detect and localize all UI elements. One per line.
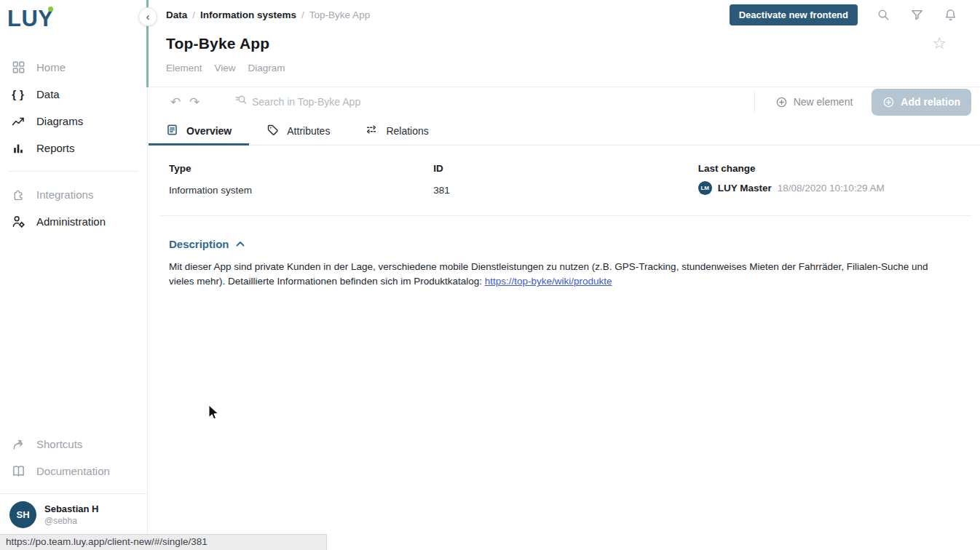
breadcrumb-current: Top-Byke App: [309, 9, 370, 20]
field-last-change-label: Last change: [698, 163, 963, 174]
sidebar: ‹ LUY Home { } Data Diagrams Reports: [0, 0, 148, 550]
relations-arrows-icon: [365, 123, 378, 138]
description-link[interactable]: https://top-byke/wiki/produkte: [485, 276, 612, 287]
admin-user-gear-icon: [10, 214, 26, 230]
tab-attributes-label: Attributes: [287, 125, 330, 137]
redo-icon[interactable]: ↷: [185, 96, 204, 108]
sidebar-item-label: Diagrams: [36, 115, 83, 127]
sidebar-nav: Home { } Data Diagrams Reports Integrati…: [0, 54, 147, 235]
shortcuts-branch-icon: [10, 437, 26, 453]
toolbar-separator: [754, 92, 755, 112]
deactivate-frontend-button[interactable]: Deactivate new frontend: [730, 4, 858, 25]
tab-attributes[interactable]: Attributes: [249, 116, 347, 145]
sidebar-item-label: Documentation: [36, 465, 110, 477]
field-type-value: Information system: [169, 185, 433, 196]
tab-overview-label: Overview: [186, 125, 232, 137]
puzzle-icon: [10, 187, 26, 203]
search-placeholder: Search in Top-Byke App: [252, 96, 360, 108]
app-logo-text: LUY: [7, 6, 54, 31]
user-avatar[interactable]: SH: [9, 501, 36, 528]
last-change-user: LUY Master: [718, 183, 772, 194]
description-text: Mit dieser App sind private Kunden in de…: [169, 260, 963, 290]
sidebar-item-diagrams[interactable]: Diagrams: [0, 108, 147, 135]
home-icon: [10, 60, 26, 76]
user-handle: @sebha: [44, 516, 98, 526]
chevron-up-icon: [236, 237, 245, 250]
sidebar-item-data[interactable]: { } Data: [0, 81, 147, 108]
field-id-value: 381: [433, 185, 698, 196]
user-profile[interactable]: SH Sebastian H @sebha: [0, 493, 147, 534]
breadcrumb-separator: /: [301, 9, 304, 20]
logo-green-dot: [48, 7, 53, 12]
tab-relations-label: Relations: [386, 125, 428, 137]
app-logo: LUY: [7, 6, 58, 35]
new-element-label: New element: [794, 96, 853, 108]
tab-relations[interactable]: Relations: [347, 116, 446, 145]
element-tab-bar: Overview Attributes Relations: [149, 116, 980, 146]
search-icon[interactable]: [869, 5, 897, 24]
reports-icon: [10, 140, 26, 156]
sidebar-item-home[interactable]: Home: [0, 54, 147, 81]
section-divider: [159, 215, 971, 216]
sidebar-item-reports[interactable]: Reports: [0, 135, 147, 162]
sidebar-item-integrations[interactable]: Integrations: [0, 181, 147, 208]
sidebar-item-label: Reports: [36, 142, 75, 154]
tab-overview[interactable]: Overview: [149, 116, 249, 145]
view-tabs: Element View Diagram: [166, 63, 964, 73]
favorite-star-icon[interactable]: ☆: [932, 36, 947, 52]
search-in-element-input[interactable]: Search in Top-Byke App: [234, 94, 754, 110]
search-lines-icon: [234, 94, 248, 110]
filter-icon[interactable]: [903, 5, 930, 24]
page-title: Top-Byke App: [166, 35, 269, 52]
field-id-label: ID: [433, 163, 698, 174]
sidebar-item-shortcuts[interactable]: Shortcuts: [0, 431, 147, 458]
last-change-value: LM LUY Master 18/08/2020 10:10:29 AM: [698, 181, 963, 195]
field-type-label: Type: [169, 163, 433, 174]
element-toolbar: ↶ ↷ Search in Top-Byke App New element A…: [149, 87, 980, 116]
breadcrumb-data[interactable]: Data: [166, 9, 187, 20]
add-relation-label: Add relation: [901, 96, 960, 108]
overview-panel: Type Information system ID 381 Last chan…: [149, 146, 980, 550]
page-header: Data / Information systems / Top-Byke Ap…: [149, 0, 980, 87]
sidebar-item-label: Data: [36, 88, 60, 100]
sidebar-collapse-button[interactable]: ‹: [138, 7, 157, 26]
breadcrumb: Data / Information systems / Top-Byke Ap…: [166, 9, 370, 20]
last-change-avatar: LM: [698, 181, 712, 195]
sidebar-nav-bottom: Shortcuts Documentation: [0, 431, 147, 485]
statusbar-url: https://po.team.luy.app/client-new/#/sin…: [0, 534, 327, 550]
plus-circle-icon: [775, 96, 788, 108]
book-icon: [10, 463, 26, 479]
sidebar-item-label: Home: [36, 61, 66, 73]
breadcrumb-separator: /: [192, 9, 195, 20]
description-header[interactable]: Description: [169, 237, 963, 250]
user-name: Sebastian H: [44, 503, 98, 514]
new-element-button[interactable]: New element: [765, 90, 864, 114]
header-actions: Deactivate new frontend: [730, 4, 964, 25]
sidebar-item-label: Shortcuts: [36, 438, 82, 450]
field-id: ID 381: [433, 163, 698, 196]
undo-icon[interactable]: ↶: [166, 96, 185, 108]
sidebar-item-label: Integrations: [36, 188, 93, 201]
field-last-change: Last change LM LUY Master 18/08/2020 10:…: [698, 163, 963, 196]
data-braces-icon: { }: [10, 87, 26, 103]
description-heading: Description: [169, 238, 229, 250]
sidebar-item-administration[interactable]: Administration: [0, 208, 147, 235]
fields-row: Type Information system ID 381 Last chan…: [169, 163, 963, 196]
overview-document-icon: [166, 124, 178, 138]
sidebar-item-documentation[interactable]: Documentation: [0, 458, 147, 485]
tab-diagram[interactable]: Diagram: [248, 63, 285, 73]
sidebar-item-label: Administration: [36, 215, 106, 228]
add-relation-button[interactable]: Add relation: [872, 89, 971, 116]
last-change-timestamp: 18/08/2020 10:10:29 AM: [778, 183, 885, 194]
tag-icon: [266, 124, 279, 138]
notifications-bell-icon[interactable]: [936, 5, 964, 24]
breadcrumb-information-systems[interactable]: Information systems: [200, 9, 296, 20]
diagrams-icon: [10, 113, 26, 129]
tab-element[interactable]: Element: [166, 63, 202, 73]
sidebar-spacer: [0, 235, 147, 431]
user-meta: Sebastian H @sebha: [44, 503, 98, 526]
sidebar-divider: [9, 171, 138, 172]
main-area: Data / Information systems / Top-Byke Ap…: [149, 0, 980, 550]
plus-circle-icon: [882, 96, 895, 108]
tab-view[interactable]: View: [215, 63, 236, 73]
